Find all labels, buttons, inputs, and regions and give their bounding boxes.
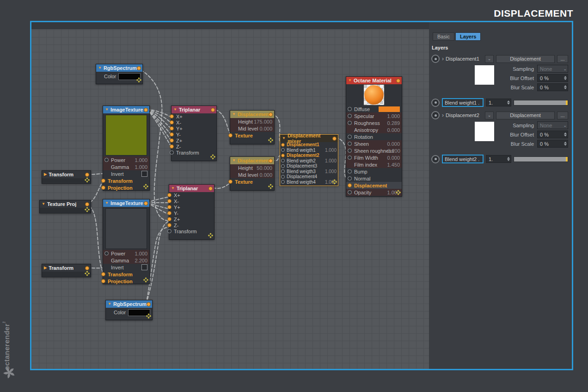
layer2-type-dropdown[interactable]: ⌄ (485, 112, 494, 119)
input-pin-transform[interactable] (170, 150, 174, 155)
input-pin-film-width[interactable] (348, 156, 352, 160)
input-pin-opacity[interactable] (348, 190, 352, 194)
node-triplanar-1[interactable]: ▼ Triplanar X+ X- Y+ Y- Z+ Z- Transform (171, 106, 217, 161)
collapse-icon[interactable]: ▼ (232, 159, 236, 162)
node-imagetexture-2[interactable]: ▼ ImageTexture Power 1.000 Gamma 2.200 I… (103, 199, 150, 284)
input-pin-displacement4[interactable] (281, 175, 285, 179)
expander-icon[interactable]: › (442, 112, 444, 118)
input-pin-x-minus[interactable] (170, 120, 174, 124)
blend-weight1-slider[interactable] (514, 100, 568, 106)
input-pin-blend-weight2[interactable] (281, 159, 285, 162)
spinner-icon[interactable] (563, 142, 567, 146)
input-pin-normal[interactable] (348, 176, 352, 180)
blend1-enable-radio[interactable] (431, 99, 440, 107)
collapse-icon[interactable]: ▼ (105, 108, 109, 112)
node-rgbspectrum-1[interactable]: ▼ RgbSpectrum Color (96, 64, 143, 84)
output-pin[interactable] (85, 173, 89, 177)
collapse-icon[interactable]: ▼ (171, 187, 175, 190)
input-pin-diffuse[interactable] (348, 107, 352, 111)
layer2-type-button[interactable]: Displacement (496, 112, 555, 119)
collapse-icon[interactable]: ▼ (42, 202, 45, 206)
collapse-icon[interactable]: ▼ (98, 66, 102, 70)
input-pin-y-minus[interactable] (167, 211, 172, 215)
output-pin[interactable] (396, 79, 400, 83)
film-width-value[interactable]: 0.000 (387, 155, 400, 161)
diffuse-swatch[interactable] (379, 106, 400, 112)
spinner-icon[interactable] (563, 132, 567, 137)
anisotropy-value[interactable]: 0.000 (387, 127, 400, 133)
input-pin-z-plus[interactable] (167, 217, 172, 221)
blend-weight1-value[interactable]: 1.000 (325, 148, 337, 153)
height-value[interactable]: 50.000 (257, 165, 272, 171)
node-rgbspectrum-2[interactable]: ▼ RgbSpectrum Color (105, 300, 153, 320)
input-pin-blend-weight3[interactable] (281, 169, 285, 173)
output-pin[interactable] (269, 159, 273, 163)
blend-weight3-value[interactable]: 1.000 (325, 169, 337, 174)
tab-layers[interactable]: Layers (455, 32, 481, 41)
node-displacement-1[interactable]: ▼ Displacement Height 175.000 Mid level … (230, 110, 275, 144)
input-pin-z-minus[interactable] (167, 223, 172, 227)
input-pin-x-plus[interactable] (170, 114, 174, 118)
input-pin-transform[interactable] (101, 272, 105, 276)
collapse-icon[interactable]: ▶ (44, 266, 47, 270)
output-pin[interactable] (137, 66, 141, 70)
node-texture-proj[interactable]: ▼ Texture Proj (39, 200, 91, 213)
output-pin[interactable] (147, 302, 151, 306)
layer1-enable-radio[interactable] (431, 55, 440, 63)
spinner-icon[interactable] (563, 76, 567, 80)
blur-scale-input[interactable]: 0 % (537, 83, 568, 91)
output-pin[interactable] (269, 112, 273, 117)
input-pin-y-plus[interactable] (167, 205, 172, 209)
gamma-value[interactable]: 2.200 (135, 258, 147, 263)
collapse-icon[interactable]: ▼ (282, 137, 286, 140)
input-pin-transform[interactable] (101, 179, 105, 183)
input-pin-texture[interactable] (228, 133, 233, 137)
input-pin-roughness[interactable] (348, 121, 352, 125)
collapse-icon[interactable]: ▼ (105, 201, 109, 205)
blend-weight2-value[interactable]: 1.000 (325, 158, 337, 163)
layer2-enable-radio[interactable] (431, 111, 440, 119)
layer1-type-button[interactable]: Displacement (496, 55, 555, 63)
blend-weight2-slider[interactable] (514, 156, 568, 162)
node-graph-canvas[interactable]: ▼ RgbSpectrum Color ▼ ImageTexture Power… (31, 22, 429, 369)
mid-level-value[interactable]: 0.000 (259, 172, 272, 178)
collapse-icon[interactable]: ▼ (232, 112, 236, 116)
output-pin[interactable] (85, 266, 89, 270)
input-pin-displacement[interactable] (348, 183, 352, 187)
collapse-icon[interactable]: ▼ (348, 79, 352, 82)
blend-weight1-name[interactable]: Blend weight1 . (442, 98, 484, 107)
blur-scale-input[interactable]: 0 % (537, 140, 568, 148)
expander-icon[interactable]: › (442, 56, 444, 62)
input-pin-blend-weight1[interactable] (281, 148, 285, 152)
input-pin-bump[interactable] (348, 169, 352, 174)
node-octane-material[interactable]: ▼ Octane Material Diffuse Specular 1.000… (346, 76, 402, 197)
gamma-value[interactable]: 1.000 (135, 164, 147, 170)
resize-handle[interactable] (84, 177, 90, 183)
layer2-texture-swatch[interactable] (475, 122, 494, 141)
invert-checkbox[interactable] (141, 171, 147, 177)
input-pin-blend-weight4[interactable] (281, 180, 285, 184)
input-pin-specular[interactable] (348, 114, 352, 118)
film-index-value[interactable]: 1.450 (387, 162, 400, 168)
node-triplanar-2[interactable]: ▼ Triplanar X+ X- Y+ Y- Z+ Z- Transform (169, 184, 214, 240)
input-pin-transform[interactable] (167, 229, 172, 233)
input-pin-displacement3[interactable] (281, 164, 285, 168)
node-transform-1[interactable]: ▶ Transform (42, 170, 91, 184)
input-pin-y-plus[interactable] (170, 126, 174, 131)
input-pin-z-minus[interactable] (170, 144, 174, 149)
blend-weight2-input[interactable]: 1. (486, 155, 511, 163)
specular-value[interactable]: 1.000 (387, 113, 400, 119)
input-pin-z-plus[interactable] (170, 138, 174, 143)
power-value[interactable]: 1.000 (135, 251, 147, 256)
input-pin-rotation[interactable] (348, 135, 352, 139)
input-pin-sheen[interactable] (348, 142, 352, 146)
tab-basic[interactable]: Basic (433, 32, 454, 41)
spinner-icon[interactable] (506, 157, 510, 161)
sheen-value[interactable]: 0.000 (387, 141, 400, 147)
blend2-enable-radio[interactable] (431, 155, 440, 163)
blend-weight2-name[interactable]: Blend weight2 . (442, 155, 484, 163)
slider-handle[interactable] (566, 100, 568, 105)
input-pin-texture[interactable] (228, 180, 233, 184)
blur-offset-input[interactable]: 0 % (537, 131, 568, 138)
layer1-texture-swatch[interactable] (475, 65, 494, 85)
